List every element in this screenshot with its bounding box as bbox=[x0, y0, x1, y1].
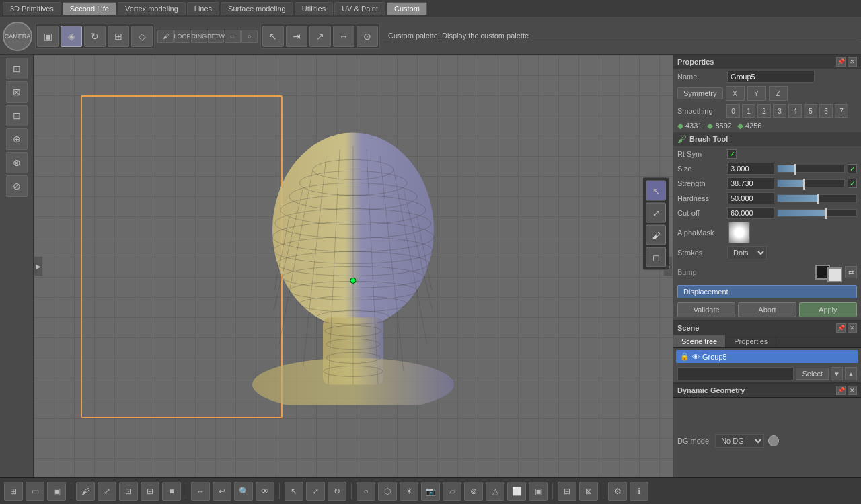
properties-pin-btn[interactable]: 📌 bbox=[836, 57, 846, 67]
status-grid1-btn[interactable]: ⊞ bbox=[4, 482, 23, 501]
status-move-btn[interactable]: ⤢ bbox=[306, 482, 325, 501]
left-tool-2[interactable]: ⊠ bbox=[6, 81, 28, 103]
loop-btn[interactable]: LOOP bbox=[174, 30, 190, 43]
tool-rotate[interactable]: ↻ bbox=[84, 26, 106, 47]
status-undo-btn[interactable]: ↩ bbox=[213, 482, 231, 501]
status-extra2-btn[interactable]: ⊠ bbox=[579, 482, 598, 501]
menu-utilities[interactable]: Utilities bbox=[295, 2, 333, 15]
vm-paint-btn[interactable]: 🖌 bbox=[646, 225, 666, 245]
tab-scene-tree[interactable]: Scene tree bbox=[673, 335, 726, 347]
scene-search-input[interactable] bbox=[677, 367, 794, 380]
smooth-2[interactable]: 2 bbox=[757, 104, 771, 118]
axis-y-btn[interactable]: Y bbox=[747, 86, 766, 101]
menu-uv-paint[interactable]: UV & Paint bbox=[334, 2, 385, 15]
size-slider-handle[interactable] bbox=[794, 164, 796, 175]
left-tool-3[interactable]: ⊟ bbox=[6, 105, 28, 126]
status-eye-btn[interactable]: 👁 bbox=[256, 482, 274, 501]
axis-z-btn[interactable]: Z bbox=[769, 86, 788, 101]
rt-sym-checkbox[interactable]: ✓ bbox=[727, 149, 737, 159]
op-btn3[interactable]: ↗ bbox=[309, 26, 331, 47]
properties-close-btn[interactable]: ✕ bbox=[848, 57, 857, 67]
op-btn4[interactable]: ↔ bbox=[333, 26, 354, 47]
status-arrow-btn[interactable]: ↖ bbox=[285, 482, 303, 501]
smooth-6[interactable]: 6 bbox=[819, 104, 833, 118]
status-grid3-btn[interactable]: ▣ bbox=[47, 482, 66, 501]
vm-move-btn[interactable]: ⤢ bbox=[646, 203, 666, 223]
status-cam-btn[interactable]: 📷 bbox=[421, 482, 440, 501]
tab-properties[interactable]: Properties bbox=[726, 335, 776, 347]
status-settings-btn[interactable]: ⚙ bbox=[608, 482, 627, 501]
strength-lock[interactable]: ✓ bbox=[848, 179, 857, 188]
strength-input[interactable] bbox=[727, 177, 774, 190]
size-lock[interactable]: ✓ bbox=[848, 164, 857, 173]
status-lamp-btn[interactable]: ☀ bbox=[400, 482, 418, 501]
left-tool-5[interactable]: ⊗ bbox=[6, 152, 28, 173]
swap-colors-btn[interactable]: ⇄ bbox=[845, 266, 857, 278]
dg-mode-select[interactable]: No DG Dynamic bbox=[715, 434, 764, 448]
scene-select-btn[interactable]: Select bbox=[796, 368, 829, 380]
betw-btn[interactable]: BETW bbox=[208, 30, 224, 43]
status-poly-btn[interactable]: ⬡ bbox=[378, 482, 397, 501]
scene-arr-down-btn[interactable]: ▼ bbox=[831, 367, 843, 380]
op-btn5[interactable]: ⊙ bbox=[357, 26, 378, 47]
status-sphere-btn[interactable]: ○ bbox=[357, 482, 375, 501]
smooth-1[interactable]: 1 bbox=[742, 104, 755, 118]
scene-pin-btn[interactable]: 📌 bbox=[836, 323, 846, 333]
tool-scale[interactable]: ⊞ bbox=[108, 26, 129, 47]
validate-btn[interactable]: Validate bbox=[677, 302, 735, 317]
status-info-btn[interactable]: ℹ bbox=[630, 482, 648, 501]
scene-arr-up-btn[interactable]: ▲ bbox=[845, 367, 857, 380]
menu-vertex-modeling[interactable]: Vertex modeling bbox=[118, 2, 186, 15]
vm-erase-btn[interactable]: ◻ bbox=[646, 247, 666, 267]
status-box-btn[interactable]: ▣ bbox=[529, 482, 548, 501]
camera-tool[interactable]: CAMERA bbox=[3, 22, 32, 51]
expand-left-btn[interactable]: ▶ bbox=[34, 256, 43, 276]
status-mesh-btn[interactable]: ⊡ bbox=[119, 482, 138, 501]
status-plane-btn[interactable]: ▱ bbox=[443, 482, 461, 501]
strength-slider[interactable] bbox=[777, 179, 845, 187]
scene-item-group5[interactable]: 🔒 👁 Group5 bbox=[676, 350, 858, 363]
status-zoom-btn[interactable]: 🔍 bbox=[234, 482, 253, 501]
tool-move[interactable]: ◈ bbox=[61, 26, 82, 47]
viewport[interactable]: ▶ ↖ ⤢ 🖌 ◻ ▶ bbox=[34, 55, 673, 477]
alphamask-preview[interactable] bbox=[728, 222, 750, 243]
status-sel-btn[interactable]: ⤢ bbox=[98, 482, 116, 501]
menu-lines[interactable]: Lines bbox=[187, 2, 219, 15]
status-grid2-btn[interactable]: ▭ bbox=[26, 482, 44, 501]
left-tool-1[interactable]: ⊡ bbox=[6, 58, 28, 79]
extra-btn1[interactable]: ▭ bbox=[225, 30, 241, 43]
ring-btn[interactable]: RING bbox=[191, 30, 207, 43]
scene-close-btn[interactable]: ✕ bbox=[848, 323, 857, 333]
cutoff-input[interactable] bbox=[727, 207, 774, 219]
smooth-0[interactable]: 0 bbox=[726, 104, 740, 118]
status-cyl-btn[interactable]: ⬜ bbox=[507, 482, 526, 501]
abort-btn[interactable]: Abort bbox=[738, 302, 796, 317]
axis-x-btn[interactable]: X bbox=[726, 86, 745, 101]
left-tool-4[interactable]: ⊕ bbox=[6, 128, 28, 150]
hardness-slider-handle[interactable] bbox=[817, 194, 819, 204]
menu-surface-modeling[interactable]: Surface modeling bbox=[221, 2, 293, 15]
size-input[interactable] bbox=[727, 163, 774, 175]
strokes-select[interactable]: Dots Lines Spray bbox=[727, 246, 767, 259]
smooth-4[interactable]: 4 bbox=[788, 104, 802, 118]
size-slider[interactable] bbox=[777, 165, 845, 173]
tool-select[interactable]: ▣ bbox=[37, 26, 59, 47]
paint-btn[interactable]: 🖌 bbox=[157, 30, 174, 43]
cutoff-slider[interactable] bbox=[777, 209, 857, 217]
smooth-3[interactable]: 3 bbox=[773, 104, 786, 118]
tool-view[interactable]: ◇ bbox=[131, 26, 153, 47]
strength-slider-handle[interactable] bbox=[803, 179, 805, 190]
hardness-slider[interactable] bbox=[777, 194, 857, 202]
dyn-close-btn[interactable]: ✕ bbox=[848, 386, 857, 395]
smooth-7[interactable]: 7 bbox=[835, 104, 848, 118]
status-torus-btn[interactable]: ⊚ bbox=[464, 482, 483, 501]
status-cone-btn[interactable]: △ bbox=[486, 482, 504, 501]
dyn-pin-btn[interactable]: 📌 bbox=[836, 386, 846, 395]
name-input[interactable] bbox=[727, 71, 815, 83]
vm-select-btn[interactable]: ↖ bbox=[646, 181, 666, 201]
left-tool-6[interactable]: ⊘ bbox=[6, 175, 28, 197]
cutoff-slider-handle[interactable] bbox=[825, 208, 827, 219]
op-btn1[interactable]: ↖ bbox=[262, 26, 284, 47]
color-swatch-light[interactable] bbox=[827, 267, 842, 282]
op-btn2[interactable]: ⇥ bbox=[286, 26, 307, 47]
